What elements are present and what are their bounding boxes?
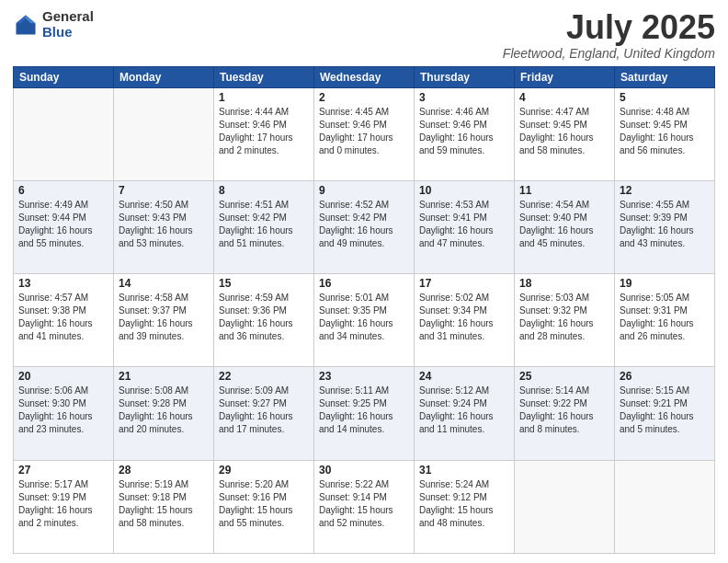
calendar-cell: 8Sunrise: 4:51 AMSunset: 9:42 PMDaylight… xyxy=(214,180,314,273)
calendar-cell: 7Sunrise: 4:50 AMSunset: 9:43 PMDaylight… xyxy=(114,180,214,273)
day-info: Sunrise: 4:46 AMSunset: 9:46 PMDaylight:… xyxy=(419,106,509,157)
page: General Blue July 2025 Fleetwood, Englan… xyxy=(0,0,728,563)
day-number: 30 xyxy=(319,464,409,477)
day-info: Sunrise: 5:05 AMSunset: 9:31 PMDaylight:… xyxy=(620,292,710,343)
calendar-cell: 26Sunrise: 5:15 AMSunset: 9:21 PMDayligh… xyxy=(615,367,715,460)
logo-general-text: General xyxy=(42,9,94,25)
day-info: Sunrise: 4:54 AMSunset: 9:40 PMDaylight:… xyxy=(519,199,609,250)
col-friday: Friday xyxy=(515,66,615,87)
calendar-cell: 14Sunrise: 4:58 AMSunset: 9:37 PMDayligh… xyxy=(114,274,214,367)
day-number: 21 xyxy=(119,370,209,383)
calendar-row-3: 13Sunrise: 4:57 AMSunset: 9:38 PMDayligh… xyxy=(14,274,715,367)
header: General Blue July 2025 Fleetwood, Englan… xyxy=(13,9,715,61)
day-number: 22 xyxy=(219,370,309,383)
day-info: Sunrise: 5:17 AMSunset: 9:19 PMDaylight:… xyxy=(18,478,108,530)
day-info: Sunrise: 5:19 AMSunset: 9:18 PMDaylight:… xyxy=(119,478,209,530)
calendar-cell: 3Sunrise: 4:46 AMSunset: 9:46 PMDaylight… xyxy=(415,87,515,180)
calendar-cell: 31Sunrise: 5:24 AMSunset: 9:12 PMDayligh… xyxy=(415,460,515,553)
calendar-cell: 29Sunrise: 5:20 AMSunset: 9:16 PMDayligh… xyxy=(214,460,314,553)
location-subtitle: Fleetwood, England, United Kingdom xyxy=(503,46,715,61)
day-info: Sunrise: 5:11 AMSunset: 9:25 PMDaylight:… xyxy=(319,385,409,436)
calendar-cell: 22Sunrise: 5:09 AMSunset: 9:27 PMDayligh… xyxy=(214,367,314,460)
col-tuesday: Tuesday xyxy=(214,66,314,87)
col-thursday: Thursday xyxy=(415,66,515,87)
day-number: 15 xyxy=(219,277,309,290)
calendar-cell: 16Sunrise: 5:01 AMSunset: 9:35 PMDayligh… xyxy=(314,274,415,367)
day-number: 3 xyxy=(419,91,509,104)
calendar-row-2: 6Sunrise: 4:49 AMSunset: 9:44 PMDaylight… xyxy=(14,180,715,273)
day-info: Sunrise: 4:53 AMSunset: 9:41 PMDaylight:… xyxy=(419,199,509,250)
day-number: 7 xyxy=(119,184,209,197)
day-number: 28 xyxy=(119,464,209,477)
day-number: 23 xyxy=(319,370,409,383)
calendar-cell xyxy=(615,460,715,553)
calendar-cell: 11Sunrise: 4:54 AMSunset: 9:40 PMDayligh… xyxy=(515,180,615,273)
calendar-cell: 1Sunrise: 4:44 AMSunset: 9:46 PMDaylight… xyxy=(214,87,314,180)
calendar-cell: 18Sunrise: 5:03 AMSunset: 9:32 PMDayligh… xyxy=(515,274,615,367)
day-info: Sunrise: 5:01 AMSunset: 9:35 PMDaylight:… xyxy=(319,292,409,343)
day-info: Sunrise: 4:51 AMSunset: 9:42 PMDaylight:… xyxy=(219,199,309,250)
day-info: Sunrise: 5:24 AMSunset: 9:12 PMDaylight:… xyxy=(419,478,509,530)
day-number: 25 xyxy=(519,370,609,383)
day-number: 16 xyxy=(319,277,409,290)
calendar-cell xyxy=(14,87,114,180)
day-info: Sunrise: 4:58 AMSunset: 9:37 PMDaylight:… xyxy=(119,292,209,343)
calendar-cell: 24Sunrise: 5:12 AMSunset: 9:24 PMDayligh… xyxy=(415,367,515,460)
calendar-table: Sunday Monday Tuesday Wednesday Thursday… xyxy=(13,66,715,554)
calendar-cell: 17Sunrise: 5:02 AMSunset: 9:34 PMDayligh… xyxy=(415,274,515,367)
day-info: Sunrise: 5:14 AMSunset: 9:22 PMDaylight:… xyxy=(519,385,609,436)
day-info: Sunrise: 5:08 AMSunset: 9:28 PMDaylight:… xyxy=(119,385,209,436)
calendar-row-4: 20Sunrise: 5:06 AMSunset: 9:30 PMDayligh… xyxy=(14,367,715,460)
col-wednesday: Wednesday xyxy=(314,66,415,87)
day-number: 13 xyxy=(18,277,108,290)
day-info: Sunrise: 4:45 AMSunset: 9:46 PMDaylight:… xyxy=(319,106,409,157)
day-info: Sunrise: 4:44 AMSunset: 9:46 PMDaylight:… xyxy=(219,106,309,157)
day-info: Sunrise: 5:15 AMSunset: 9:21 PMDaylight:… xyxy=(620,385,710,436)
logo-text: General Blue xyxy=(42,9,94,40)
calendar-cell: 9Sunrise: 4:52 AMSunset: 9:42 PMDaylight… xyxy=(314,180,415,273)
logo-blue-text: Blue xyxy=(42,25,94,40)
day-info: Sunrise: 4:55 AMSunset: 9:39 PMDaylight:… xyxy=(620,199,710,250)
day-number: 29 xyxy=(219,464,309,477)
day-number: 20 xyxy=(18,370,108,383)
title-block: July 2025 Fleetwood, England, United Kin… xyxy=(503,9,715,61)
month-year-title: July 2025 xyxy=(503,9,715,46)
day-info: Sunrise: 4:49 AMSunset: 9:44 PMDaylight:… xyxy=(18,199,108,250)
day-info: Sunrise: 5:02 AMSunset: 9:34 PMDaylight:… xyxy=(419,292,509,343)
day-number: 26 xyxy=(620,370,710,383)
col-sunday: Sunday xyxy=(14,66,114,87)
calendar-cell: 19Sunrise: 5:05 AMSunset: 9:31 PMDayligh… xyxy=(615,274,715,367)
calendar-row-1: 1Sunrise: 4:44 AMSunset: 9:46 PMDaylight… xyxy=(14,87,715,180)
calendar-cell: 6Sunrise: 4:49 AMSunset: 9:44 PMDaylight… xyxy=(14,180,114,273)
day-number: 19 xyxy=(620,277,710,290)
calendar-cell xyxy=(515,460,615,553)
calendar-cell: 20Sunrise: 5:06 AMSunset: 9:30 PMDayligh… xyxy=(14,367,114,460)
calendar-cell: 15Sunrise: 4:59 AMSunset: 9:36 PMDayligh… xyxy=(214,274,314,367)
day-number: 24 xyxy=(419,370,509,383)
day-info: Sunrise: 5:20 AMSunset: 9:16 PMDaylight:… xyxy=(219,478,309,530)
day-number: 2 xyxy=(319,91,409,104)
calendar-cell: 25Sunrise: 5:14 AMSunset: 9:22 PMDayligh… xyxy=(515,367,615,460)
day-info: Sunrise: 5:09 AMSunset: 9:27 PMDaylight:… xyxy=(219,385,309,436)
calendar-header-row: Sunday Monday Tuesday Wednesday Thursday… xyxy=(14,66,715,87)
day-number: 31 xyxy=(419,464,509,477)
day-info: Sunrise: 4:50 AMSunset: 9:43 PMDaylight:… xyxy=(119,199,209,250)
day-number: 12 xyxy=(620,184,710,197)
day-number: 6 xyxy=(18,184,108,197)
logo-icon xyxy=(13,12,39,38)
calendar-cell: 23Sunrise: 5:11 AMSunset: 9:25 PMDayligh… xyxy=(314,367,415,460)
day-number: 27 xyxy=(18,464,108,477)
calendar-cell: 28Sunrise: 5:19 AMSunset: 9:18 PMDayligh… xyxy=(114,460,214,553)
day-number: 10 xyxy=(419,184,509,197)
day-info: Sunrise: 5:12 AMSunset: 9:24 PMDaylight:… xyxy=(419,385,509,436)
calendar-cell xyxy=(114,87,214,180)
day-number: 4 xyxy=(519,91,609,104)
col-monday: Monday xyxy=(114,66,214,87)
day-info: Sunrise: 4:59 AMSunset: 9:36 PMDaylight:… xyxy=(219,292,309,343)
day-number: 9 xyxy=(319,184,409,197)
day-number: 5 xyxy=(620,91,710,104)
day-number: 17 xyxy=(419,277,509,290)
calendar-cell: 2Sunrise: 4:45 AMSunset: 9:46 PMDaylight… xyxy=(314,87,415,180)
calendar-cell: 10Sunrise: 4:53 AMSunset: 9:41 PMDayligh… xyxy=(415,180,515,273)
calendar-cell: 30Sunrise: 5:22 AMSunset: 9:14 PMDayligh… xyxy=(314,460,415,553)
